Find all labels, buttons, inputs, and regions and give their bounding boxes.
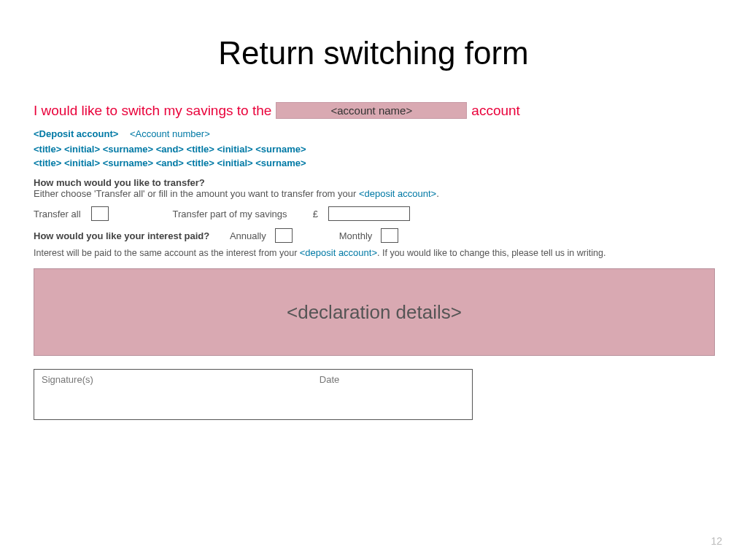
currency-label: £: [313, 209, 318, 219]
name-row-2: <title> <initial> <surname> <and> <title…: [34, 158, 713, 168]
date-label: Date: [320, 374, 339, 385]
switch-line: I would like to switch my savings to the…: [34, 102, 713, 119]
transfer-part-label: Transfer part of my savings: [173, 209, 287, 219]
switch-suffix: account: [471, 103, 520, 119]
signature-box[interactable]: Signature(s) Date: [34, 369, 473, 420]
transfer-help-post: .: [436, 188, 439, 199]
transfer-question: How much would you like to transfer?: [34, 177, 713, 188]
transfer-all-label: Transfer all: [34, 209, 81, 219]
interest-note-pre: Interest will be paid to the same accoun…: [34, 248, 300, 258]
account-number-placeholder: <Account number>: [130, 128, 210, 139]
account-name-placeholder[interactable]: <account name>: [276, 102, 467, 119]
interest-note-placeholder: <deposit account>: [300, 247, 377, 258]
switch-prefix: I would like to switch my savings to the: [34, 103, 271, 119]
annually-label: Annually: [230, 230, 266, 241]
transfer-amount-input[interactable]: [328, 206, 410, 221]
annually-checkbox[interactable]: [275, 228, 293, 243]
page-number: 12: [711, 535, 722, 547]
name-row-1: <title> <initial> <surname> <and> <title…: [34, 144, 713, 155]
monthly-label: Monthly: [339, 230, 373, 241]
transfer-all-checkbox[interactable]: [91, 206, 109, 221]
interest-note: Interest will be paid to the same accoun…: [34, 247, 713, 258]
transfer-help-placeholder: <deposit account>: [359, 188, 436, 199]
monthly-checkbox[interactable]: [381, 228, 398, 243]
deposit-account-placeholder: <Deposit account>: [34, 128, 118, 139]
transfer-row: Transfer all Transfer part of my savings…: [34, 206, 713, 221]
transfer-help: Either choose 'Transfer all' or fill in …: [34, 188, 713, 199]
interest-question: How would you like your interest paid?: [34, 230, 209, 241]
interest-row: How would you like your interest paid? A…: [34, 228, 713, 243]
signature-label: Signature(s): [42, 374, 93, 385]
deposit-account-line: <Deposit account> <Account number>: [34, 128, 713, 139]
interest-note-post: . If you would like to change this, plea…: [377, 248, 605, 258]
declaration-placeholder[interactable]: <declaration details>: [34, 268, 715, 356]
form-area: I would like to switch my savings to the…: [34, 102, 713, 420]
transfer-help-pre: Either choose 'Transfer all' or fill in …: [34, 188, 359, 199]
slide-title: Return switching form: [0, 35, 747, 71]
